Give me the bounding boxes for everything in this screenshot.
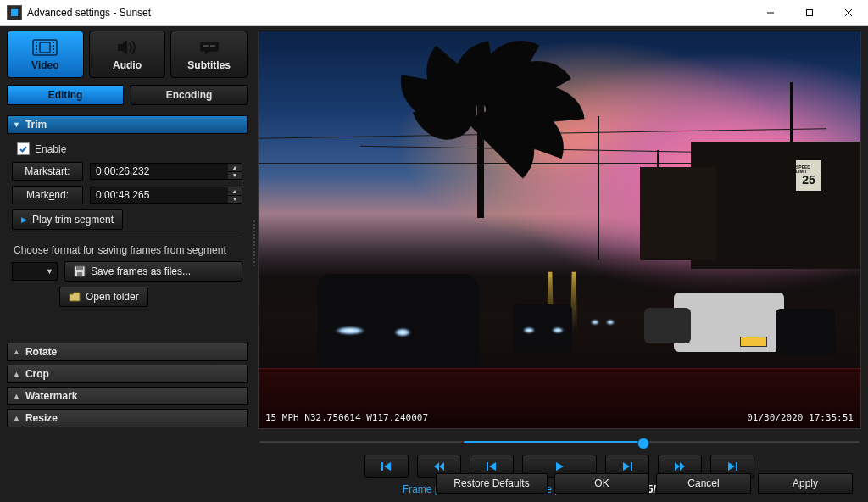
restore-defaults-button[interactable]: Restore Defaults (436, 473, 548, 494)
tab-video-label: Video (31, 59, 58, 71)
section-resize-header[interactable]: ▲Resize (7, 409, 248, 427)
app-icon (7, 5, 22, 20)
enable-label: Enable (35, 143, 66, 155)
enable-checkbox[interactable]: Enable (17, 142, 242, 155)
speed-limit-sign: SPEED LIMIT 25 (794, 159, 823, 192)
svg-marker-24 (384, 462, 391, 471)
video-preview[interactable]: SPEED LIMIT 25 15 MPH N32.750614 W117.24… (258, 31, 861, 429)
svg-marker-31 (623, 462, 630, 471)
svg-marker-34 (680, 462, 685, 471)
chevron-up-icon[interactable]: ▲ (228, 164, 242, 172)
svg-rect-36 (736, 462, 737, 471)
svg-rect-2 (807, 10, 813, 16)
choose-format-text: Choose format for saving frames from seg… (14, 244, 242, 256)
format-dropdown[interactable]: ▼ (12, 262, 58, 281)
mark-start-field[interactable] (90, 163, 228, 180)
section-trim-title: Trim (25, 119, 47, 131)
svg-rect-8 (36, 48, 37, 50)
svg-marker-25 (434, 462, 439, 471)
chevron-up-icon: ▲ (13, 392, 20, 400)
tab-audio[interactable]: Audio (89, 31, 166, 78)
mark-end-label: Mark end: (12, 186, 83, 204)
overlay-timestamp: 01/30/2020 17:35:51 (747, 412, 854, 423)
svg-marker-26 (439, 462, 444, 471)
section-rotate-header[interactable]: ▲Rotate (7, 343, 248, 361)
subtab-editing[interactable]: Editing (7, 85, 124, 105)
svg-rect-12 (53, 48, 54, 50)
ok-button[interactable]: OK (554, 473, 649, 494)
mark-end-spinner[interactable]: ▲ ▼ (228, 187, 242, 204)
svg-rect-14 (40, 42, 50, 53)
chevron-down-icon[interactable]: ▼ (228, 172, 242, 180)
svg-rect-0 (11, 9, 18, 16)
play-icon: ▶ (21, 215, 27, 224)
maximize-button[interactable] (790, 0, 829, 25)
chevron-down-icon: ▼ (13, 120, 20, 129)
mark-start-label: Mark start: (12, 162, 83, 181)
apply-button[interactable]: Apply (758, 473, 853, 494)
section-crop-header[interactable]: ▲Crop (7, 365, 248, 383)
mark-end-input[interactable]: ▲ ▼ (90, 187, 242, 204)
svg-marker-15 (118, 40, 127, 55)
section-trim-header[interactable]: ▼ Trim (7, 115, 248, 134)
chevron-up-icon: ▲ (13, 348, 20, 356)
chevron-up-icon: ▲ (13, 414, 20, 422)
section-watermark-header[interactable]: ▲Watermark (7, 387, 248, 405)
check-icon (17, 142, 30, 155)
tab-subtitles[interactable]: Subtitles (170, 31, 248, 78)
svg-rect-13 (53, 52, 54, 53)
minimize-button[interactable] (751, 0, 790, 25)
mark-start-spinner[interactable]: ▲ ▼ (228, 163, 242, 180)
window-title: Advanced settings - Sunset (27, 7, 151, 19)
svg-rect-7 (36, 45, 37, 47)
svg-rect-22 (77, 272, 82, 276)
play-trim-label: Play trim segment (32, 214, 114, 226)
tab-video[interactable]: Video (7, 31, 84, 78)
svg-rect-32 (631, 462, 632, 471)
close-button[interactable] (829, 0, 868, 25)
svg-rect-6 (36, 42, 37, 43)
tab-subtitles-label: Subtitles (187, 59, 231, 71)
svg-rect-11 (53, 45, 54, 47)
chevron-down-icon[interactable]: ▼ (228, 196, 242, 204)
section-trim-body: Enable Mark start: ▲ ▼ Mark end: (7, 134, 248, 319)
subtitle-icon (198, 37, 220, 58)
chevron-up-icon: ▲ (13, 370, 20, 378)
svg-rect-23 (381, 462, 383, 471)
save-icon (74, 265, 86, 277)
open-folder-button[interactable]: Open folder (59, 287, 148, 307)
speaker-icon (116, 37, 138, 58)
timeline-slider[interactable] (259, 434, 860, 449)
mark-start-input[interactable]: ▲ ▼ (90, 163, 242, 180)
subtab-encoding[interactable]: Encoding (131, 85, 248, 105)
main-panel: SPEED LIMIT 25 15 MPH N32.750614 W117.24… (254, 25, 868, 502)
save-frames-button[interactable]: Save frames as files... (64, 261, 242, 282)
svg-rect-10 (53, 42, 54, 43)
footer-buttons: Restore Defaults OK Cancel Apply (0, 473, 868, 494)
play-trim-button[interactable]: ▶ Play trim segment (12, 209, 123, 230)
chevron-down-icon: ▼ (46, 267, 53, 276)
film-icon (32, 37, 58, 58)
mark-end-field[interactable] (90, 187, 228, 204)
folder-icon (69, 291, 81, 303)
svg-marker-33 (675, 462, 680, 471)
sidebar: Video Audio Subtitles Editing Encoding ▼ (0, 25, 254, 502)
open-folder-label: Open folder (86, 291, 139, 303)
svg-rect-16 (200, 42, 219, 52)
save-frames-label: Save frames as files... (91, 265, 191, 277)
svg-marker-30 (556, 462, 564, 471)
titlebar: Advanced settings - Sunset (0, 0, 868, 26)
overlay-gps: 15 MPH N32.750614 W117.240007 (265, 412, 428, 423)
cancel-button[interactable]: Cancel (656, 473, 751, 494)
svg-rect-21 (76, 266, 83, 270)
svg-marker-35 (728, 462, 735, 471)
tab-audio-label: Audio (113, 59, 142, 71)
svg-rect-9 (36, 52, 37, 53)
chevron-up-icon[interactable]: ▲ (228, 187, 242, 196)
